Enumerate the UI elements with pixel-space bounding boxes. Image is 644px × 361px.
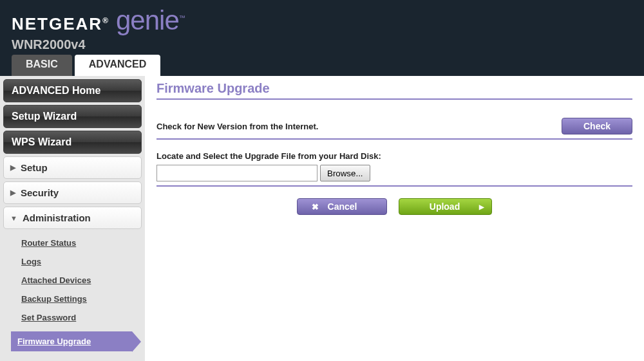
file-select-row: Browse... <box>156 165 632 181</box>
browse-button[interactable]: Browse... <box>320 165 370 181</box>
nav-wps-wizard[interactable]: WPS Wizard <box>3 131 142 154</box>
divider <box>156 185 632 187</box>
main-content: Firmware Upgrade Check for New Version f… <box>145 76 644 361</box>
nav-setup[interactable]: ▶ Setup <box>3 156 142 179</box>
tab-advanced[interactable]: ADVANCED <box>75 55 160 76</box>
divider <box>156 98 632 100</box>
main-tabs: BASIC ADVANCED <box>12 55 632 76</box>
upload-button-label: Upload <box>430 201 460 212</box>
brand-genie: genie™ <box>116 5 185 36</box>
header-bar: NETGEAR® genie™ WNR2000v4 BASIC ADVANCED <box>0 0 644 76</box>
chevron-right-icon: ▶ <box>10 163 15 172</box>
brand-netgear: NETGEAR® <box>12 14 109 34</box>
page-title: Firmware Upgrade <box>156 81 632 96</box>
subnav-set-password[interactable]: Set Password <box>21 313 142 322</box>
model-number: WNR2000v4 <box>12 36 632 55</box>
subnav-firmware-upgrade[interactable]: Firmware Upgrade <box>11 331 132 351</box>
cancel-button-label: Cancel <box>328 201 357 212</box>
close-icon: ✖ <box>312 202 319 212</box>
subnav-logs[interactable]: Logs <box>21 257 142 266</box>
tab-basic[interactable]: BASIC <box>12 55 72 76</box>
sidebar: ADVANCED Home Setup Wizard WPS Wizard ▶ … <box>0 76 145 361</box>
arrow-right-icon: ▶ <box>479 203 484 210</box>
body-wrap: ADVANCED Home Setup Wizard WPS Wizard ▶ … <box>0 76 644 361</box>
subnav-router-status[interactable]: Router Status <box>21 238 142 248</box>
check-version-row: Check for New Version from the Internet.… <box>156 118 632 134</box>
action-row: ✖ Cancel Upload ▶ <box>156 198 632 215</box>
nav-advanced-home[interactable]: ADVANCED Home <box>3 79 142 102</box>
divider <box>156 138 632 140</box>
nav-security[interactable]: ▶ Security <box>3 181 142 204</box>
chevron-right-icon: ▶ <box>10 189 15 197</box>
cancel-button[interactable]: ✖ Cancel <box>297 198 387 215</box>
nav-administration-label: Administration <box>23 212 91 223</box>
nav-setup-label: Setup <box>21 162 48 173</box>
chevron-down-icon: ▼ <box>10 214 17 222</box>
subnav-administration: Router Status Logs Attached Devices Back… <box>3 232 142 361</box>
locate-file-label: Locate and Select the Upgrade File from … <box>156 151 632 161</box>
nav-administration[interactable]: ▼ Administration <box>3 207 142 229</box>
file-path-input[interactable] <box>156 165 317 181</box>
check-button[interactable]: Check <box>562 118 632 134</box>
nav-security-label: Security <box>21 187 59 198</box>
subnav-backup-settings[interactable]: Backup Settings <box>21 294 142 304</box>
check-version-label: Check for New Version from the Internet. <box>156 122 318 131</box>
brand-row: NETGEAR® genie™ <box>12 5 632 36</box>
subnav-attached-devices[interactable]: Attached Devices <box>21 275 142 285</box>
upload-button[interactable]: Upload ▶ <box>399 198 492 215</box>
nav-setup-wizard[interactable]: Setup Wizard <box>3 105 142 128</box>
